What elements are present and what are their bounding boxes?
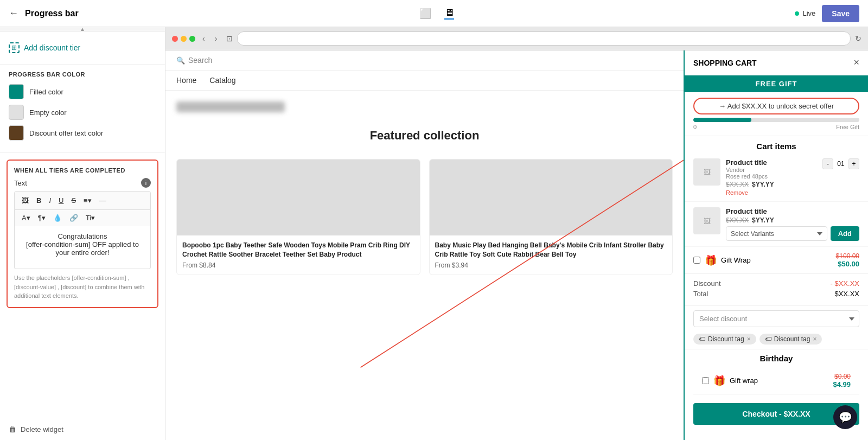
add-item-button[interactable]: Add xyxy=(831,226,859,241)
select-discount[interactable]: Select discount xyxy=(693,310,859,327)
browser-reload-btn[interactable]: ↻ xyxy=(855,34,861,43)
shop-header: 🔍 Search xyxy=(165,50,684,71)
product-card-0[interactable]: Bopoobo 1pc Baby Teether Safe Wooden Toy… xyxy=(176,159,420,275)
add-item-img: 🖼 xyxy=(693,207,720,234)
item-variant-0: Rose red 48pcs xyxy=(726,173,817,180)
tiers-completed-section: WHEN ALL TIERS ARE COMPLETED Text i 🖼 B … xyxy=(7,160,158,308)
tablet-icon[interactable]: ⬜ xyxy=(419,8,431,20)
birthday-gift-checkbox[interactable] xyxy=(702,377,709,384)
empty-color-swatch[interactable] xyxy=(9,105,24,120)
shop-nav: Home Catalog xyxy=(165,71,684,91)
remove-link-0[interactable]: Remove xyxy=(726,189,817,196)
birthday-gift-price-old: $0.00 xyxy=(833,373,851,380)
browser-area: ‹ › ⊡ ↻ 🔍 Search Home Catalog xyxy=(165,27,868,440)
search-box[interactable]: 🔍 Search xyxy=(176,56,212,65)
filled-color-swatch[interactable] xyxy=(9,84,24,99)
add-item-price-old: $XX.XX xyxy=(726,216,749,224)
nav-catalog[interactable]: Catalog xyxy=(209,76,235,85)
cart-close-button[interactable]: × xyxy=(853,57,859,68)
hint-text: Use the placeholders [offer-condition-su… xyxy=(14,273,151,301)
toolbar-underline[interactable]: U xyxy=(56,195,66,206)
discount-color-swatch[interactable] xyxy=(9,125,24,141)
toolbar-image[interactable]: 🖼 xyxy=(19,195,31,206)
editor-content[interactable]: Congratulations [offer-condition-sum] OF… xyxy=(14,226,151,269)
product-card-1[interactable]: Baby Music Play Bed Hanging Bell Baby's … xyxy=(429,159,673,275)
gift-wrap-row: 🎁 Gift Wrap $100.00 $50.00 xyxy=(685,247,868,274)
item-price-row-0: $XX.XX $YY.YY xyxy=(726,181,817,188)
toolbar-italic[interactable]: I xyxy=(46,195,54,206)
browser-back-btn[interactable]: ‹ xyxy=(200,33,208,44)
item-img-0: 🖼 xyxy=(693,158,720,186)
browser-expand-btn[interactable]: ⊡ xyxy=(226,34,233,43)
main-layout: ▲ ⊞ Add discount tier PROGRESS BAR COLOR… xyxy=(0,27,868,440)
live-label: Live xyxy=(802,9,815,17)
delete-widget-button[interactable]: 🗑 Delete widget xyxy=(0,418,165,440)
browser-forward-btn[interactable]: › xyxy=(212,33,220,44)
discount-tag-label-0: Discount tag xyxy=(708,335,744,343)
tiers-title: WHEN ALL TIERS ARE COMPLETED xyxy=(14,167,151,174)
birthday-gift-prices: $0.00 $4.99 xyxy=(833,373,851,388)
tag-close-0[interactable]: × xyxy=(747,335,751,343)
progress-bar-color-label: PROGRESS BAR COLOR xyxy=(9,71,156,78)
cart-item-add: 🖼 Product title $XX.XX $YY.YY Select Var… xyxy=(685,202,868,247)
qty-val-0: 01 xyxy=(835,160,846,168)
progress-track xyxy=(693,118,859,122)
toolbar-align[interactable]: ≡▾ xyxy=(81,195,94,206)
toolbar-paragraph[interactable]: ¶▾ xyxy=(35,212,48,224)
add-discount-tier-button[interactable]: ⊞ Add discount tier xyxy=(9,38,156,58)
toolbar-bold[interactable]: B xyxy=(34,195,44,206)
tag-close-1[interactable]: × xyxy=(813,335,816,343)
product-title-0: Bopoobo 1pc Baby Teether Safe Wooden Toy… xyxy=(182,241,414,259)
qty-plus-0[interactable]: + xyxy=(848,158,859,169)
toolbar-link[interactable]: 🔗 xyxy=(67,212,81,224)
total-label: Total xyxy=(693,290,708,298)
add-discount-label: Add discount tier xyxy=(24,43,80,52)
progress-labels: 0 Free Gift xyxy=(693,124,859,130)
total-row: Total $XX.XX xyxy=(693,290,859,298)
nav-home[interactable]: Home xyxy=(176,76,196,85)
top-bar-right: Live Save xyxy=(795,5,859,22)
cart-item-0: 🖼 Product title Vendor Rose red 48pcs $X… xyxy=(685,153,868,202)
item-vendor-0: Vendor xyxy=(726,167,817,173)
url-bar[interactable] xyxy=(237,31,851,46)
discount-tag-1: 🏷 Discount tag × xyxy=(760,334,822,345)
item-price-new-0: $YY.YY xyxy=(752,181,774,188)
toolbar-minus[interactable]: — xyxy=(97,195,109,206)
chat-bubble[interactable]: 💬 xyxy=(833,405,857,429)
text-label: Text xyxy=(14,179,27,187)
progress-start: 0 xyxy=(693,124,697,130)
back-button[interactable]: ← xyxy=(9,8,18,19)
toolbar-font-color[interactable]: A▾ xyxy=(19,212,33,224)
save-button[interactable]: Save xyxy=(822,5,859,22)
offer-oval: → Add $XX.XX to unlock secret offer xyxy=(693,98,859,114)
select-variants[interactable]: Select Variants xyxy=(726,226,827,241)
total-value: $XX.XX xyxy=(834,290,859,298)
cart-title: SHOPPING CART xyxy=(693,59,757,67)
product-img-1 xyxy=(430,160,673,235)
shop-main: Featured collection Bopoobo 1pc Baby Tee… xyxy=(165,91,684,286)
qty-minus-0[interactable]: - xyxy=(822,158,833,169)
desktop-icon[interactable]: 🖥 xyxy=(444,7,454,20)
dot-yellow xyxy=(181,36,187,42)
birthday-gift-wrap-row: 🎁 Gift wrap $0.00 $4.99 xyxy=(693,367,859,394)
offer-text: Add $XX.XX to unlock secret offer xyxy=(727,102,834,110)
item-title-0: Product title xyxy=(726,158,817,167)
birthday-gift-price-new: $4.99 xyxy=(833,380,851,388)
gift-icon: 🎁 xyxy=(705,254,717,266)
product-info-1: Baby Music Play Bed Hanging Bell Baby's … xyxy=(430,235,673,275)
birthday-gift-label: Gift wrap xyxy=(730,377,828,385)
discount-tags-row: 🏷 Discount tag × 🏷 Discount tag × xyxy=(685,331,868,349)
product-grid: Bopoobo 1pc Baby Teether Safe Wooden Toy… xyxy=(176,159,673,275)
toolbar-strikethrough[interactable]: S xyxy=(68,195,79,206)
gift-wrap-price-new: $50.00 xyxy=(836,260,859,268)
toolbar-text-format[interactable]: Ti▾ xyxy=(83,212,98,224)
cart-offer-row: → Add $XX.XX to unlock secret offer 0 Fr… xyxy=(685,92,868,136)
empty-color-row: Empty color xyxy=(9,105,156,120)
editor-line2: [offer-condition-sum] OFF applied to you… xyxy=(21,240,144,257)
add-discount-section: ⊞ Add discount tier xyxy=(0,31,165,65)
gift-wrap-checkbox[interactable] xyxy=(693,257,700,264)
search-text: Search xyxy=(188,56,212,65)
toolbar-highlight[interactable]: 💧 xyxy=(50,212,65,224)
info-icon[interactable]: i xyxy=(141,178,151,188)
discount-color-row: Discount offer text color xyxy=(9,125,156,141)
